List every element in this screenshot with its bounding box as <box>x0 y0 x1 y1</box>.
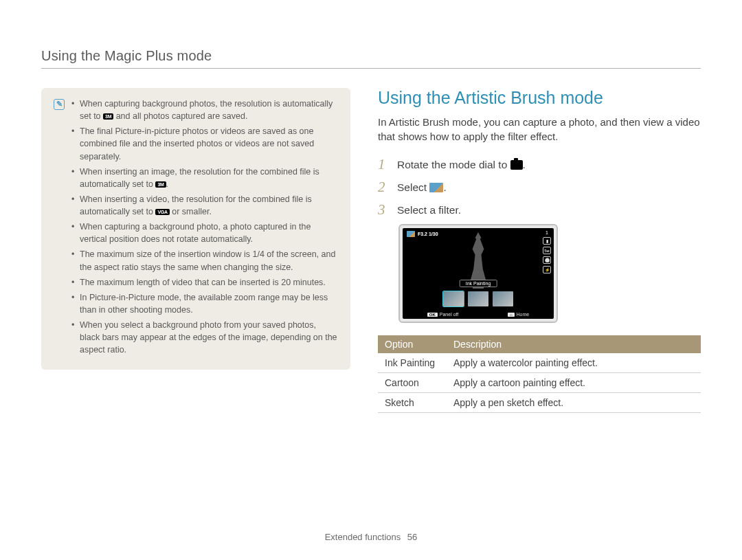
note-list: When capturing background photos, the re… <box>71 98 338 359</box>
option-cell: Sketch <box>378 393 447 413</box>
note-box: ✎ When capturing background photos, the … <box>41 88 350 370</box>
table-header-description: Description <box>447 335 701 353</box>
table-row: Ink Painting Apply a watercolor painting… <box>378 353 701 373</box>
note-item: The maximum size of the insertion window… <box>71 248 338 273</box>
table-row: Cartoon Apply a cartoon painting effect. <box>378 373 701 393</box>
option-cell: Cartoon <box>378 373 447 393</box>
note-item: When inserting an image, the resolution … <box>71 166 338 190</box>
note-item: The final Picture-in-picture photos or v… <box>71 125 338 162</box>
filter-thumb[interactable] <box>468 291 488 306</box>
size-icon: 5м <box>543 247 551 254</box>
exposure-info: F3.2 1/30 <box>418 232 438 236</box>
home-key: ⌂ <box>508 313 515 317</box>
camera-icon <box>510 160 523 170</box>
table-header-option: Option <box>378 335 447 353</box>
table-row: Sketch Apply a pen sketch effect. <box>378 393 701 413</box>
note-item: In Picture-in-Picture mode, the availabl… <box>71 291 338 316</box>
note-item: The maximum length of video that can be … <box>71 276 338 289</box>
description-cell: Apply a pen sketch effect. <box>447 393 701 413</box>
battery-icon: ▮ <box>543 237 551 245</box>
header-title: Using the Magic Plus mode <box>41 48 701 69</box>
section-intro: In Artistic Brush mode, you can capture … <box>378 115 701 144</box>
filter-thumb[interactable] <box>493 291 513 306</box>
step-item: 1 Rotate the mode dial to . <box>378 156 701 173</box>
mode-icon: ⚪ <box>543 256 551 264</box>
preview-right-icons: 1 ▮ 5м ⚪ ⚡ <box>543 230 551 273</box>
page-number: 56 <box>407 532 417 542</box>
ok-key: OK <box>427 313 438 317</box>
step-number: 2 <box>378 179 387 196</box>
footer-section: Extended functions <box>325 532 401 542</box>
left-column: ✎ When capturing background photos, the … <box>41 88 350 413</box>
brush-icon <box>407 231 415 237</box>
camera-preview: F3.2 1/30 1 ▮ 5м ⚪ ⚡ Ink Painting <box>398 224 558 323</box>
flash-icon: ⚡ <box>543 266 551 273</box>
description-cell: Apply a cartoon painting effect. <box>447 373 701 393</box>
resolution-badge: 3M <box>103 113 113 120</box>
note-item: When you select a background photo from … <box>71 319 338 356</box>
content-columns: ✎ When capturing background photos, the … <box>41 88 701 413</box>
preview-screen: F3.2 1/30 1 ▮ 5м ⚪ ⚡ Ink Painting <box>403 228 554 319</box>
filter-thumbnails <box>443 291 513 306</box>
steps-list: 1 Rotate the mode dial to . 2 Select . 3… <box>378 156 701 219</box>
note-item: When capturing background photos, the re… <box>71 98 338 122</box>
section-title: Using the Artistic Brush mode <box>378 88 701 108</box>
resolution-badge: 3M <box>155 181 166 188</box>
step-number: 1 <box>378 156 387 173</box>
filter-thumb[interactable] <box>443 291 464 306</box>
filter-label: Ink Painting <box>460 280 497 287</box>
preview-bottom-bar: OKPanel off ⌂Home <box>403 312 554 317</box>
description-cell: Apply a watercolor painting effect. <box>447 353 701 373</box>
note-icon: ✎ <box>54 99 65 110</box>
step-number: 3 <box>378 201 387 219</box>
step-item: 2 Select . <box>378 179 701 196</box>
step-item: 3 Select a filter. <box>378 201 701 219</box>
right-column: Using the Artistic Brush mode In Artisti… <box>378 88 701 413</box>
shot-count: 1 <box>546 230 548 235</box>
page-footer: Extended functions 56 <box>0 532 742 542</box>
resolution-badge: VGA <box>155 209 169 215</box>
options-table: Option Description Ink Painting Apply a … <box>378 335 701 413</box>
brush-icon <box>429 183 443 192</box>
option-cell: Ink Painting <box>378 353 447 373</box>
note-item: When inserting a video, the resolution f… <box>71 193 338 218</box>
note-item: When capturing a background photo, a pho… <box>71 221 338 245</box>
